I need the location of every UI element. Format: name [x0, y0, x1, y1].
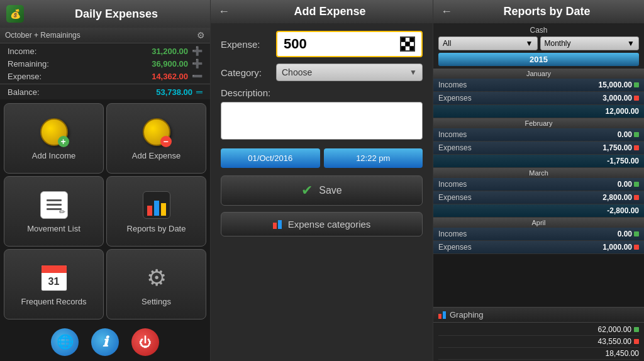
list-line-1 — [47, 199, 62, 201]
g-bar-blue — [443, 311, 446, 319]
description-textarea[interactable] — [221, 102, 423, 140]
graphing-row[interactable]: Graphing — [433, 308, 644, 323]
feb-expenses-value-container: 1,750.00 — [602, 143, 639, 152]
balance-row: Balance: 53,738.00 ═ — [0, 86, 210, 98]
income-label: Income: — [8, 47, 36, 56]
reports-icon-container — [142, 190, 172, 220]
jan-expenses-row: Expenses 3,000.00 — [433, 92, 644, 105]
summary-bar-title: October + Remainings — [5, 31, 80, 40]
jan-incomes-indicator — [634, 82, 639, 87]
power-button[interactable]: ⏻ — [131, 328, 159, 356]
cat-bar-red — [273, 223, 277, 229]
panel1-title: Daily Expenses — [29, 8, 204, 21]
description-section: Description: — [221, 87, 423, 148]
filter-all-arrow: ▼ — [526, 39, 533, 48]
apr-expenses-value: 1,000.00 — [602, 243, 632, 252]
divider — [0, 84, 210, 84]
qr-icon — [400, 36, 415, 52]
expense-categories-button[interactable]: Expense categories — [221, 212, 423, 236]
reports-label: Reports by Date — [127, 224, 186, 233]
reports-panel: ← Reports by Date Cash All ▼ Monthly ▼ 2… — [433, 0, 644, 361]
bottom-icons-bar: 🌐 ℹ ⏻ — [0, 323, 210, 361]
feb-incomes-value: 0.00 — [618, 130, 632, 139]
add-income-coin-icon — [40, 118, 68, 146]
qc3 — [410, 38, 414, 42]
globe-button[interactable]: 🌐 — [51, 328, 79, 356]
feb-expenses-row: Expenses 1,750.00 — [433, 142, 644, 155]
add-income-label: Add Income — [32, 151, 75, 160]
jan-expenses-value-container: 3,000.00 — [602, 94, 639, 103]
balance-icon: ═ — [196, 87, 203, 97]
app-icon: 💰 — [6, 5, 24, 23]
footer-values: 62,000.00 43,550.00 18,450.00 — [433, 323, 644, 361]
filter-all-select[interactable]: All ▼ — [438, 36, 538, 50]
footer-indicator-1 — [634, 327, 639, 332]
apr-expenses-indicator — [634, 245, 639, 250]
movement-list-button[interactable]: ✏ Movement List — [4, 176, 104, 247]
summary-bar: October + Remainings ⚙ — [0, 28, 210, 43]
save-button[interactable]: ✔ Save — [221, 175, 423, 206]
apr-expenses-label: Expenses — [438, 243, 472, 252]
cat-bar-blue — [278, 220, 282, 229]
time-button[interactable]: 12:22 pm — [324, 148, 423, 168]
income-icon: ➕ — [192, 46, 203, 56]
add-income-button[interactable]: Add Income — [4, 103, 104, 174]
category-dropdown-arrow: ▼ — [409, 68, 417, 77]
year-bar[interactable]: 2015 — [438, 53, 639, 66]
reports-back-arrow[interactable]: ← — [441, 5, 452, 18]
january-header: January — [433, 69, 644, 79]
jan-incomes-label: Incomes — [438, 81, 467, 89]
mar-incomes-indicator — [634, 182, 639, 187]
filter-row: All ▼ Monthly ▼ — [438, 36, 639, 50]
filter-monthly-arrow: ▼ — [627, 39, 635, 48]
february-header: February — [433, 118, 644, 128]
add-expense-icon-container — [142, 117, 172, 147]
mar-expenses-value: 2,800.00 — [602, 193, 632, 202]
jan-expenses-label: Expenses — [438, 94, 472, 103]
chart-bar-yellow — [161, 203, 166, 216]
income-row: Income: 31,200.00 ➕ — [0, 45, 210, 57]
info-button[interactable]: ℹ — [91, 328, 119, 356]
mar-expenses-value-container: 2,800.00 — [602, 193, 639, 202]
movement-list-icon: ✏ — [40, 191, 68, 219]
expense-value: 14,362.00 — [152, 72, 188, 81]
apr-incomes-value-container: 0.00 — [618, 230, 639, 238]
settings-label: Settings — [142, 297, 171, 306]
filter-monthly-select[interactable]: Monthly ▼ — [540, 36, 640, 50]
expense-value-container: 14,362.00 ➖ — [152, 71, 203, 81]
feb-expenses-value: 1,750.00 — [602, 143, 632, 152]
frequent-records-button[interactable]: 31 Frequent Records — [4, 249, 104, 319]
qc8 — [406, 47, 409, 50]
category-select[interactable]: Choose ▼ — [276, 64, 423, 81]
summary-gear-icon[interactable]: ⚙ — [197, 30, 205, 40]
mar-incomes-row: Incomes 0.00 — [433, 178, 644, 191]
april-header: April — [433, 218, 644, 228]
frequent-label: Frequent Records — [21, 297, 86, 306]
footer-row-2: 43,550.00 — [438, 336, 639, 348]
footer-row-1: 62,000.00 — [438, 324, 639, 336]
cal-header — [42, 265, 67, 273]
balance-label: Balance: — [8, 87, 40, 97]
add-expense-button[interactable]: Add Expense — [106, 103, 206, 174]
frequent-icon-container: 31 — [39, 263, 69, 293]
mar-expenses-row: Expenses 2,800.00 — [433, 191, 644, 204]
settings-button[interactable]: ⚙ Settings — [106, 249, 206, 319]
save-label: Save — [319, 185, 341, 196]
remaining-value: 36,900.00 — [152, 59, 188, 69]
feb-incomes-label: Incomes — [438, 130, 467, 139]
footer-value-2: 43,550.00 — [598, 337, 631, 346]
income-value: 31,200.00 — [152, 47, 188, 56]
feb-expenses-label: Expenses — [438, 143, 472, 152]
footer-indicator-2 — [634, 339, 639, 344]
summary-section: October + Remainings ⚙ Income: 31,200.00… — [0, 28, 210, 99]
back-arrow-icon[interactable]: ← — [218, 5, 230, 18]
apr-expenses-row: Expenses 1,000.00 — [433, 241, 644, 254]
date-button[interactable]: 01/Oct/2016 — [221, 148, 320, 168]
expense-input-box[interactable]: 500 — [276, 31, 423, 57]
expense-icon: ➖ — [192, 71, 203, 81]
reports-by-date-button[interactable]: Reports by Date — [106, 176, 206, 247]
jan-expenses-value: 3,000.00 — [602, 94, 632, 103]
feb-total-value: -1,750.00 — [607, 157, 639, 165]
march-header: March — [433, 168, 644, 178]
pencil-icon: ✏ — [59, 208, 65, 216]
